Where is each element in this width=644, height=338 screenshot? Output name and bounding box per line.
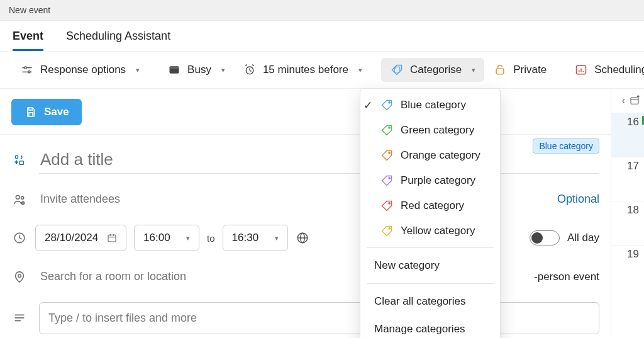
tag-icon — [380, 200, 393, 212]
location-row: -person event — [11, 259, 599, 295]
svg-line-35 — [19, 238, 22, 239]
scheduling-poll-button[interactable]: Scheduling poll — [565, 58, 644, 82]
new-category-item[interactable]: New category — [360, 252, 500, 279]
svg-point-29 — [21, 196, 23, 199]
in-person-label: -person event — [534, 271, 599, 283]
timezone-button[interactable] — [296, 231, 309, 245]
window-titlebar: New event — [0, 0, 644, 21]
svg-point-25 — [15, 155, 18, 158]
category-label: Orange category — [401, 149, 480, 162]
description-icon — [11, 311, 28, 325]
save-button[interactable]: Save — [11, 99, 82, 125]
reminder-button[interactable]: 15 minutes before ▾ — [234, 58, 371, 82]
svg-point-17 — [389, 102, 390, 103]
tag-icon — [380, 149, 393, 162]
svg-text:+: + — [15, 160, 18, 166]
chevron-down-icon: ▾ — [221, 66, 225, 74]
prev-week-button[interactable]: ‹ — [622, 95, 625, 106]
day-cell[interactable]: 16 — [611, 113, 644, 157]
category-label: Blue category — [401, 99, 466, 111]
svg-rect-23 — [29, 108, 32, 110]
title-row: + Blue category — [11, 138, 599, 181]
chevron-down-icon: ▾ — [136, 66, 140, 74]
tag-icon — [390, 63, 404, 77]
clock-icon — [11, 231, 28, 245]
tab-scheduling-assistant[interactable]: Scheduling Assistant — [66, 30, 170, 51]
category-item[interactable]: Yellow category — [360, 218, 500, 244]
category-badge[interactable]: Blue category — [533, 138, 599, 154]
svg-rect-24 — [29, 113, 33, 116]
start-time-picker[interactable]: 16:00 ▾ — [134, 225, 199, 251]
category-label: Yellow category — [401, 225, 475, 237]
poll-icon — [574, 63, 588, 77]
check-icon: ✓ — [359, 99, 377, 112]
tag-icon — [380, 174, 393, 187]
day-cell[interactable]: 17 — [611, 157, 644, 201]
event-form: Save + Blue category Optional 28/10/2 — [0, 89, 611, 338]
tag-icon — [380, 124, 393, 137]
people-icon — [11, 193, 28, 206]
chevron-down-icon: ▾ — [358, 66, 362, 74]
svg-line-9 — [245, 65, 247, 66]
alarm-icon — [243, 63, 257, 77]
category-item[interactable]: Red category — [360, 193, 500, 218]
svg-point-3 — [28, 71, 30, 73]
category-item[interactable]: Purple category — [360, 168, 500, 193]
window-title: New event — [9, 5, 50, 15]
chevron-down-icon: ▾ — [186, 234, 190, 242]
emoji-picker-icon[interactable]: + — [11, 153, 28, 167]
private-button[interactable]: Private — [484, 58, 555, 82]
attendees-row: Optional — [11, 181, 599, 217]
to-label: to — [207, 233, 215, 244]
svg-rect-12 — [496, 69, 504, 74]
end-time-picker[interactable]: 16:30 ▾ — [223, 225, 288, 251]
show-as-button[interactable]: Busy ▾ — [158, 58, 234, 82]
menu-separator — [367, 283, 494, 284]
svg-point-28 — [16, 195, 19, 199]
calendar-icon — [107, 233, 117, 243]
category-label: Red category — [401, 200, 464, 212]
response-options-button[interactable]: Response options ▾ — [11, 58, 148, 82]
location-icon — [11, 270, 28, 284]
toolbar: Response options ▾ Busy ▾ 15 minutes bef… — [0, 51, 644, 89]
chevron-down-icon: ▾ — [472, 66, 475, 74]
tag-icon — [380, 225, 393, 237]
tab-strip: Event Scheduling Assistant — [0, 21, 644, 51]
category-item[interactable]: ✓Blue category — [360, 93, 500, 118]
svg-rect-36 — [108, 235, 116, 242]
menu-separator — [367, 247, 494, 248]
clear-all-categories-item[interactable]: Clear all categories — [360, 288, 500, 315]
body-editor[interactable]: Type / to insert files and more — [39, 302, 599, 334]
content: Save + Blue category Optional 28/10/2 — [0, 89, 644, 338]
svg-line-10 — [252, 65, 254, 66]
svg-point-43 — [18, 274, 21, 277]
svg-rect-47 — [631, 98, 638, 104]
lock-icon — [493, 63, 507, 77]
tab-event[interactable]: Event — [13, 30, 43, 51]
sliders-icon — [20, 63, 34, 77]
tag-icon — [380, 99, 393, 111]
all-day-toggle[interactable] — [530, 230, 560, 245]
calendar-expand-icon[interactable] — [629, 95, 640, 106]
optional-attendees-link[interactable]: Optional — [557, 193, 599, 206]
body-row: Type / to insert files and more — [11, 295, 599, 338]
categorise-dropdown: ✓Blue categoryGreen categoryOrange categ… — [360, 88, 501, 338]
svg-point-1 — [25, 67, 26, 69]
datetime-row: 28/10/2024 16:00 ▾ to 16:30 ▾ All day — [11, 217, 599, 259]
svg-rect-27 — [19, 161, 23, 165]
start-date-picker[interactable]: 28/10/2024 — [35, 225, 126, 251]
day-cell[interactable]: 19 — [611, 245, 644, 289]
category-label: Green category — [401, 124, 474, 137]
svg-point-19 — [389, 152, 390, 154]
title-input[interactable] — [39, 146, 599, 174]
svg-rect-5 — [170, 66, 179, 69]
day-cell[interactable]: 18 — [611, 201, 644, 245]
svg-point-18 — [389, 127, 390, 128]
categorise-button[interactable]: Categorise ▾ — [381, 58, 484, 82]
side-calendar: ‹ 16171819 — [611, 89, 644, 338]
category-item[interactable]: Orange category — [360, 143, 500, 168]
category-item[interactable]: Green category — [360, 118, 500, 143]
manage-categories-item[interactable]: Manage categories — [360, 315, 500, 338]
chevron-down-icon: ▾ — [275, 234, 279, 242]
svg-point-22 — [389, 228, 390, 229]
